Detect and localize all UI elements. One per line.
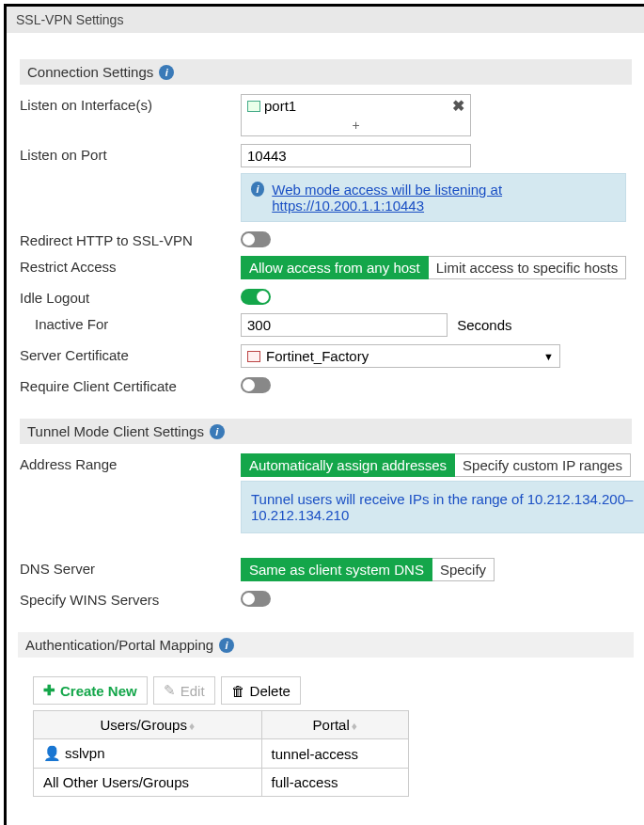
trash-icon: 🗑 [231, 683, 245, 699]
address-range-segmented[interactable]: Automatically assign addresses Specify c… [241, 453, 631, 477]
idle-logout-toggle[interactable] [241, 289, 271, 305]
tunnel-mode-header: Tunnel Mode Client Settings i [20, 419, 632, 444]
listen-port-input[interactable] [241, 144, 471, 167]
idle-logout-label: Idle Logout [20, 287, 241, 306]
page-title: SSL-VPN Settings [7, 7, 644, 33]
sort-icon: ♦ [189, 720, 195, 733]
listen-port-label: Listen on Port [20, 144, 241, 163]
address-auto-option[interactable]: Automatically assign addresses [241, 453, 455, 477]
restrict-access-label: Restrict Access [20, 256, 241, 275]
server-certificate-select[interactable]: Fortinet_Factory ▼ [241, 344, 560, 368]
listen-interfaces-input[interactable]: port1 ✖ + [241, 94, 471, 136]
inactive-for-input[interactable] [241, 313, 448, 337]
auth-portal-header: Authentication/Portal Mapping i [18, 632, 634, 658]
portal-column[interactable]: Portal♦ [261, 711, 408, 739]
user-icon: 👤 [43, 745, 61, 761]
sort-icon: ♦ [352, 720, 357, 733]
require-client-cert-label: Require Client Certificate [20, 375, 241, 394]
address-range-label: Address Range [20, 453, 241, 472]
wins-servers-label: Specify WINS Servers [20, 589, 241, 608]
dns-same-option[interactable]: Same as client system DNS [241, 558, 432, 581]
create-new-button[interactable]: ✚Create New [33, 676, 148, 705]
restrict-any-option[interactable]: Allow access from any host [241, 256, 429, 279]
address-custom-option[interactable]: Specify custom IP ranges [455, 453, 631, 477]
info-icon[interactable]: i [159, 65, 174, 80]
redirect-http-label: Redirect HTTP to SSL-VPN [20, 230, 241, 248]
certificate-icon [247, 351, 260, 362]
pencil-icon: ✎ [164, 682, 176, 699]
dns-server-label: DNS Server [20, 558, 241, 577]
interface-icon [247, 101, 260, 112]
tunnel-ip-notice: Tunnel users will receive IPs in the ran… [241, 481, 644, 533]
server-certificate-label: Server Certificate [20, 344, 241, 363]
listen-interfaces-label: Listen on Interface(s) [20, 94, 241, 113]
info-icon: i [251, 182, 264, 197]
portal-mapping-table: Users/Groups♦ Portal♦ 👤sslvpn tunnel-acc… [33, 710, 409, 797]
info-icon[interactable]: i [210, 424, 225, 439]
redirect-http-toggle[interactable] [241, 231, 271, 247]
edit-button[interactable]: ✎Edit [153, 676, 215, 705]
web-mode-link[interactable]: Web mode access will be listening at htt… [272, 182, 502, 214]
table-row[interactable]: 👤sslvpn tunnel-access [34, 739, 409, 769]
dns-specify-option[interactable]: Specify [432, 558, 495, 581]
restrict-access-segmented[interactable]: Allow access from any host Limit access … [241, 256, 626, 279]
remove-icon[interactable]: ✖ [452, 97, 464, 115]
dns-server-segmented[interactable]: Same as client system DNS Specify [241, 558, 495, 581]
plus-icon: ✚ [43, 682, 55, 699]
connection-settings-header: Connection Settings i [20, 59, 632, 85]
inactive-for-label: Inactive For [20, 313, 241, 332]
wins-servers-toggle[interactable] [241, 591, 271, 607]
users-groups-column[interactable]: Users/Groups♦ [34, 711, 262, 739]
info-icon[interactable]: i [219, 638, 234, 653]
delete-button[interactable]: 🗑Delete [221, 676, 301, 705]
add-interface-button[interactable]: + [242, 117, 470, 135]
web-mode-notice: i Web mode access will be listening at h… [241, 173, 626, 222]
restrict-limit-option[interactable]: Limit access to specific hosts [429, 256, 626, 279]
table-row[interactable]: All Other Users/Groups full-access [34, 769, 409, 797]
chevron-down-icon: ▼ [543, 351, 554, 362]
inactive-unit: Seconds [457, 317, 511, 333]
require-client-cert-toggle[interactable] [241, 377, 271, 393]
